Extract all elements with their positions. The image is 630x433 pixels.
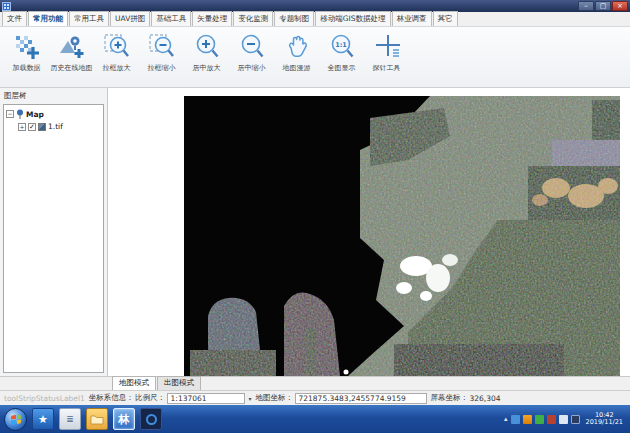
layer-checkbox[interactable]: ✓ [28,123,36,131]
load-data-button[interactable]: 加载数据 [4,30,49,73]
box-zoom-out-icon [147,32,177,62]
map-pan-button[interactable]: 地图漫游 [274,30,319,73]
layer-tree[interactable]: − Map + ✓ 1.tif [3,104,104,373]
coord-system-label: 坐标系信息 : [89,393,131,403]
tray-expand-icon[interactable]: ▴ [504,415,508,423]
full-extent-icon: 1:1 [327,32,357,62]
map-coordinate-label: 地图坐标 : [256,393,291,403]
history-online-map-icon [57,32,87,62]
taskbar-icon-star[interactable]: ★ [32,408,54,430]
app-window-icon [2,2,11,11]
center-zoom-out-label: 居中缩小 [238,63,266,73]
taskbar-icon-notepad[interactable]: ≣ [59,408,81,430]
menu-tab-mobile-gis-data[interactable]: 移动端GIS数据处理 [315,11,390,26]
menu-tab-common-tools[interactable]: 常用工具 [69,11,109,26]
status-bar: toolStripStatusLabel1 坐标系信息 : 比例尺 : 1:13… [0,390,630,405]
circle-icon [146,414,157,425]
map-canvas[interactable] [108,88,627,376]
map-mode-tab-bar: 地图模式 出图模式 [0,376,630,390]
center-zoom-out-button[interactable]: 居中缩小 [229,30,274,73]
tab-layout-mode[interactable]: 出图模式 [157,376,201,390]
tab-map-mode[interactable]: 地图模式 [112,376,156,390]
layer-root-label: Map [26,110,44,119]
full-extent-label: 全图显示 [328,63,356,73]
map-coordinate-value: 721875.3483,2455774.9159 [295,393,427,404]
full-extent-button[interactable]: 1:1 全图显示 [319,30,364,73]
folder-icon [90,414,104,425]
expand-box-icon[interactable]: + [18,123,26,131]
menu-tab-other[interactable]: 其它 [433,11,458,26]
minimize-button[interactable]: – [578,1,594,11]
map-pin-icon [16,109,24,119]
clock-date: 2019/11/21 [586,419,623,426]
screen-coordinate-label: 屏幕坐标 : [431,393,466,403]
maximize-button[interactable]: ▢ [595,1,611,11]
layer-child-label: 1.tif [48,122,63,131]
menu-tab-uav-mosaic[interactable]: UAV拼图 [110,11,150,26]
layer-tree-root-row[interactable]: − Map [6,109,101,119]
load-data-icon [12,32,42,62]
tray-icon-blue[interactable] [511,415,520,424]
tray-icon-input-indicator[interactable] [571,415,580,424]
menu-tab-change-monitoring[interactable]: 变化监测 [233,11,273,26]
tray-icon-flag[interactable] [547,415,556,424]
pan-hand-icon [282,32,312,62]
load-data-label: 加载数据 [13,63,41,73]
menu-tab-vector-processing[interactable]: 矢量处理 [192,11,232,26]
probe-crosshair-icon [372,32,402,62]
map-pan-label: 地图漫游 [283,63,311,73]
layer-panel-title: 图层树 [0,88,107,103]
center-zoom-in-button[interactable]: 居中放大 [184,30,229,73]
taskbar-icon-folder[interactable] [86,408,108,430]
box-zoom-out-label: 拉框缩小 [148,63,176,73]
menu-tab-common-functions[interactable]: 常用功能 [28,11,68,26]
probe-tool-label: 探针工具 [373,63,401,73]
taskbar-icon-forestry-app[interactable]: 林 [113,408,135,430]
taskbar-clock[interactable]: 10:42 2019/11/21 [583,412,626,426]
ribbon-toolbar: 加载数据 历史在线地图 拉框放大 [0,27,630,88]
scale-label: 比例尺 : [135,393,162,403]
scale-dropdown-icon[interactable]: ▾ [249,395,252,402]
center-zoom-in-icon [192,32,222,62]
box-zoom-in-icon [102,32,132,62]
box-zoom-in-label: 拉框放大 [103,63,131,73]
scale-value-box[interactable]: 1:137061 [167,393,245,404]
tray-icon-orange-grid[interactable] [523,415,532,424]
windows-taskbar: ★ ≣ 林 ▴ 10:42 2019/11/21 [0,405,630,433]
menu-tab-thematic-mapping[interactable]: 专题制图 [274,11,314,26]
tray-icon-speaker[interactable] [559,415,568,424]
screen-coordinate-value: 326,304 [469,394,500,403]
close-button[interactable]: × [612,1,628,11]
system-tray: ▴ 10:42 2019/11/21 [504,412,626,426]
main-area: 图层树 − Map + ✓ 1.tif [0,88,630,376]
desktop: { "window": { "minimize_glyph": "–", "ma… [0,0,630,433]
menu-tab-forestry-survey[interactable]: 林业调查 [392,11,432,26]
history-online-map-button[interactable]: 历史在线地图 [49,30,94,73]
menu-tab-basic-tools[interactable]: 基础工具 [151,11,191,26]
map-view[interactable] [108,88,630,376]
start-button[interactable] [4,408,27,431]
taskbar-icon-circle-app[interactable] [140,408,162,430]
layer-tree-child-row[interactable]: + ✓ 1.tif [18,122,101,131]
raster-layer-icon [38,123,46,131]
center-zoom-out-icon [237,32,267,62]
probe-tool-button[interactable]: 探针工具 [364,30,409,73]
windows-logo-icon [11,414,21,424]
history-online-map-label: 历史在线地图 [51,63,93,73]
collapse-box-icon[interactable]: − [6,110,14,118]
box-zoom-out-button[interactable]: 拉框缩小 [139,30,184,73]
tray-icon-green[interactable] [535,415,544,424]
box-zoom-in-button[interactable]: 拉框放大 [94,30,139,73]
layer-panel: 图层树 − Map + ✓ 1.tif [0,88,108,376]
full-extent-icon-text: 1:1 [335,41,347,49]
menu-tab-bar: 文件 常用功能 常用工具 UAV拼图 基础工具 矢量处理 变化监测 专题制图 移… [0,12,630,27]
center-zoom-in-label: 居中放大 [193,63,221,73]
menu-tab-file[interactable]: 文件 [2,11,27,26]
status-placeholder-label: toolStripStatusLabel1 [4,394,85,403]
